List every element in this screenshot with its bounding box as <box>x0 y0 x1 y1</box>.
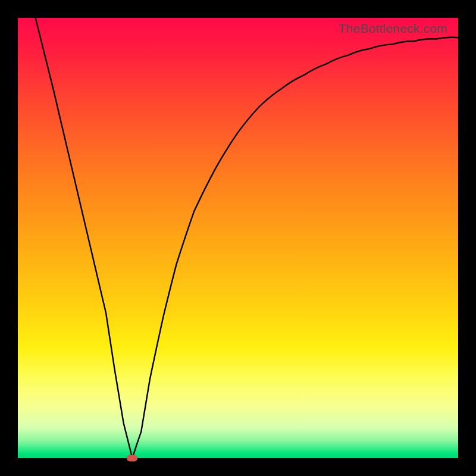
chart-frame: TheBottleneck.com <box>0 0 476 476</box>
bottleneck-curve <box>18 18 458 458</box>
plot-area: TheBottleneck.com <box>18 18 458 458</box>
curve-path <box>36 18 458 458</box>
minimum-marker <box>127 455 137 462</box>
